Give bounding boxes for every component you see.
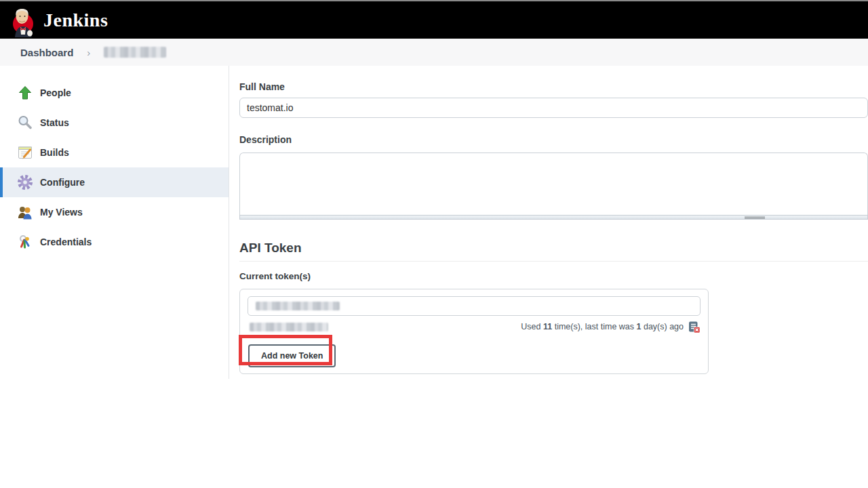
- full-name-input[interactable]: [239, 98, 868, 118]
- header: Jenkins: [0, 1, 868, 39]
- sidebar-item-label: Builds: [40, 147, 69, 158]
- breadcrumb-user-redacted[interactable]: [104, 47, 166, 58]
- resize-grip-icon[interactable]: [745, 216, 765, 219]
- jenkins-logo-icon[interactable]: [11, 6, 37, 37]
- token-created-redacted: [250, 323, 328, 331]
- token-usage-text: Used 11 time(s), last time was 1 day(s) …: [521, 322, 684, 331]
- revoke-token-icon[interactable]: [688, 321, 701, 333]
- sidebar-item-builds[interactable]: Builds: [0, 138, 229, 167]
- sidebar-item-label: Configure: [40, 177, 85, 188]
- content-layout: People Status Builds: [0, 66, 868, 379]
- token-name-input[interactable]: [248, 296, 701, 316]
- api-token-heading: API Token: [239, 241, 868, 256]
- description-textarea[interactable]: [239, 152, 868, 215]
- notepad-pencil-icon: [16, 144, 34, 161]
- brand-title[interactable]: Jenkins: [43, 9, 108, 31]
- current-tokens-label: Current token(s): [239, 271, 868, 281]
- sidebar-item-label: Status: [40, 117, 69, 128]
- breadcrumb: Dashboard ›: [0, 39, 868, 66]
- token-card: Used 11 time(s), last time was 1 day(s) …: [239, 289, 709, 374]
- sidebar-item-people[interactable]: People: [0, 78, 229, 108]
- sidebar: People Status Builds: [0, 66, 229, 379]
- add-new-token-button[interactable]: Add new Token: [248, 344, 336, 367]
- sidebar-item-my-views[interactable]: My Views: [0, 197, 229, 227]
- sidebar-item-credentials[interactable]: Credentials: [0, 227, 229, 257]
- textarea-resize-bar[interactable]: [239, 215, 868, 220]
- section-divider: [239, 261, 868, 262]
- breadcrumb-separator-icon: ›: [87, 47, 90, 58]
- search-icon: [16, 114, 34, 131]
- two-people-icon: [16, 203, 34, 221]
- full-name-label: Full Name: [239, 81, 868, 92]
- breadcrumb-dashboard-link[interactable]: Dashboard: [20, 47, 73, 58]
- sidebar-item-label: People: [40, 87, 71, 98]
- sidebar-item-configure[interactable]: Configure: [0, 167, 229, 197]
- main-content: Full Name Description API Token Current …: [229, 66, 868, 379]
- keys-icon: [16, 233, 34, 251]
- token-name-redacted: [256, 302, 340, 310]
- sidebar-item-label: My Views: [40, 207, 83, 218]
- gear-icon: [16, 174, 34, 191]
- sidebar-item-status[interactable]: Status: [0, 108, 229, 138]
- description-label: Description: [239, 134, 868, 145]
- up-arrow-icon: [16, 84, 34, 102]
- sidebar-item-label: Credentials: [40, 237, 92, 247]
- token-stats-row: Used 11 time(s), last time was 1 day(s) …: [248, 321, 701, 333]
